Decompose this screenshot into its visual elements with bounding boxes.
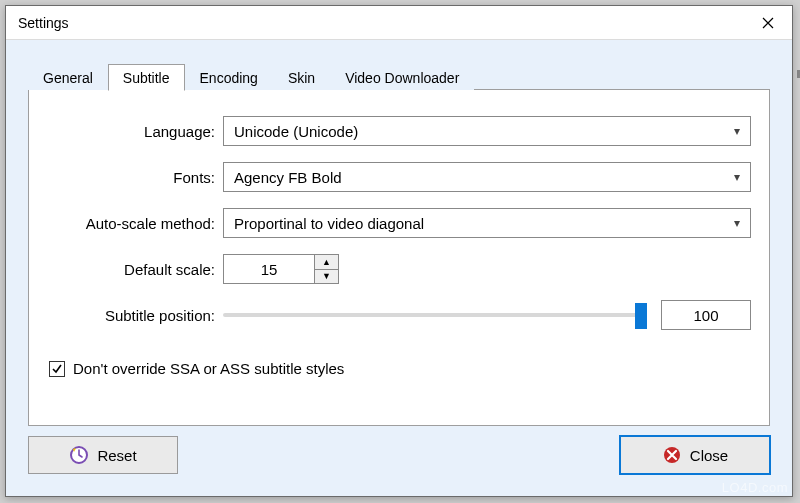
close-button[interactable]: Close (620, 436, 770, 474)
dialog-footer: Reset Close (28, 436, 770, 478)
tab-subtitle[interactable]: Subtitle (108, 64, 185, 91)
settings-window: Settings General Subtitle Encoding Skin … (5, 5, 793, 497)
reset-icon (69, 445, 89, 465)
override-checkbox-label: Don't override SSA or ASS subtitle style… (73, 360, 344, 377)
window-title: Settings (18, 15, 69, 31)
fonts-combo[interactable]: Agency FB Bold ▾ (223, 162, 751, 192)
language-value: Unicode (Unicode) (234, 123, 358, 140)
reset-button[interactable]: Reset (28, 436, 178, 474)
fonts-label: Fonts: (29, 169, 223, 186)
chevron-down-icon: ▾ (734, 170, 740, 184)
fonts-value: Agency FB Bold (234, 169, 342, 186)
tabstrip: General Subtitle Encoding Skin Video Dow… (28, 62, 474, 90)
spin-down-icon[interactable]: ▼ (315, 270, 338, 284)
titlebar: Settings (6, 6, 792, 40)
tab-skin[interactable]: Skin (273, 64, 330, 90)
tab-panel-subtitle: Language: Unicode (Unicode) ▾ Fonts: Age… (28, 89, 770, 426)
defaultscale-value[interactable]: 15 (223, 254, 315, 284)
slider-rail (223, 313, 647, 317)
tab-encoding[interactable]: Encoding (185, 64, 273, 90)
autoscale-label: Auto-scale method: (29, 215, 223, 232)
tab-general[interactable]: General (28, 64, 108, 90)
spin-up-icon[interactable]: ▲ (315, 255, 338, 270)
override-checkbox[interactable] (49, 361, 65, 377)
language-label: Language: (29, 123, 223, 140)
chevron-down-icon: ▾ (734, 124, 740, 138)
override-checkbox-row[interactable]: Don't override SSA or ASS subtitle style… (49, 360, 344, 377)
window-close-button[interactable] (746, 8, 790, 38)
autoscale-value: Proportinal to video diagonal (234, 215, 424, 232)
position-slider[interactable] (223, 301, 647, 329)
close-icon (662, 445, 682, 465)
tab-video-downloader[interactable]: Video Downloader (330, 64, 474, 90)
client-area: General Subtitle Encoding Skin Video Dow… (6, 40, 792, 496)
reset-button-label: Reset (97, 447, 136, 464)
defaultscale-spinner[interactable]: 15 ▲ ▼ (223, 254, 339, 284)
language-combo[interactable]: Unicode (Unicode) ▾ (223, 116, 751, 146)
close-button-label: Close (690, 447, 728, 464)
position-label: Subtitle position: (29, 307, 223, 324)
defaultscale-label: Default scale: (29, 261, 223, 278)
chevron-down-icon: ▾ (734, 216, 740, 230)
slider-thumb[interactable] (635, 303, 647, 329)
position-value-input[interactable]: 100 (661, 300, 751, 330)
autoscale-combo[interactable]: Proportinal to video diagonal ▾ (223, 208, 751, 238)
